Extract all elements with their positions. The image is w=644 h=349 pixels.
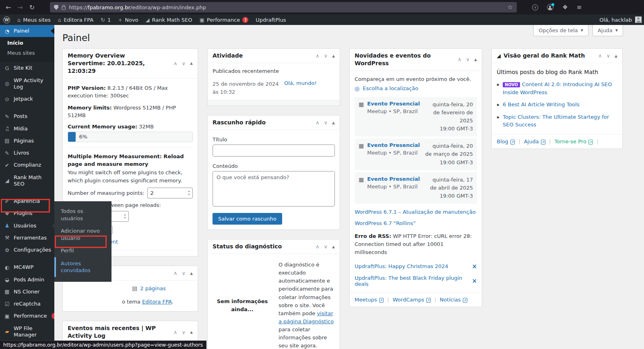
move-down-icon[interactable]: ∨ [182,329,186,335]
stepper-arrows-icon[interactable]: ▴▾ [188,190,190,196]
collapse-toggle-icon[interactable]: ▲ [190,61,193,65]
page-url[interactable]: https://fpabramo.org.br/editora/wp-admin… [69,4,206,10]
sidebar-item-aparencia[interactable]: ✐Aparência [0,195,54,207]
sidebar-item-site-kit[interactable]: GSite Kit [0,62,54,74]
sidebar-item-posts[interactable]: ✎Posts [0,110,54,122]
sidebar-item-complianz[interactable]: ✔Complianz [0,159,54,171]
news-link[interactable]: WordPress 6.7.1 – Atualização de manuten… [355,209,477,215]
forward-icon[interactable]: → [17,4,23,11]
help-button[interactable]: Ajuda ▼ [592,25,623,36]
sidebar-item-ferramentas[interactable]: ⚒Ferramentas [0,232,54,244]
dismiss-icon[interactable]: × [472,263,477,270]
sidebar-item-pods-admin[interactable]: ◒Pods Admin [0,274,54,286]
sidebar-item-wp-activity-log[interactable]: ◎WP Activity Log [0,74,54,93]
torne-se-pro-link[interactable]: Torne-se Pro↗ [555,138,593,145]
admin-bar-new[interactable]: + Novo [118,17,138,23]
collapse-toggle-icon[interactable]: ▲ [615,54,617,58]
move-up-icon[interactable]: ∧ [598,53,602,59]
extensions-icon[interactable]: ❖ [562,4,568,11]
move-up-icon[interactable]: ∧ [173,270,178,276]
admin-bar-updraftplus[interactable]: UpdraftPlus [256,17,286,23]
move-up-icon[interactable]: ∧ [316,53,320,59]
sidebar-item-paginas[interactable]: ▤Páginas [0,135,54,147]
sidebar-item-configuracoes[interactable]: ⚙Configurações [0,244,54,256]
tracking-shield-icon[interactable] [54,5,58,10]
measuring-points-stepper[interactable]: ▴▾ [147,188,193,198]
news-link[interactable]: UpdraftPlus: Happy Christmas 2024 [355,263,448,269]
sidebar-item-rank-math-seo[interactable]: ◢Rank Math SEO [0,171,54,190]
reload-icon[interactable]: ↻ [29,4,35,11]
sidebar-item-jetpack[interactable]: ⊙Jetpack [0,93,54,105]
blog-post-link[interactable]: 6 Best AI Article Writing Tools [503,101,580,109]
admin-bar-updates[interactable]: ↻ 1 [101,17,111,23]
admin-bar-greeting[interactable]: Olá, hacklab [599,17,632,23]
move-down-icon[interactable]: ∨ [324,120,328,126]
draft-title-input[interactable] [213,145,335,157]
move-down-icon[interactable]: ∨ [607,53,611,59]
move-up-icon[interactable]: ∧ [173,329,178,335]
avatar[interactable] [635,17,642,23]
menu-icon[interactable]: ≡ [577,4,582,11]
collapse-toggle-icon[interactable]: ▲ [332,54,335,58]
event-link[interactable]: Evento Presencial [367,101,420,107]
admin-bar-performance[interactable]: ▣ Performance 3 [200,17,249,23]
sidebar-item-usuarios[interactable]: ♟Usuários [0,220,54,232]
news-link[interactable]: UpdraftPlus: The best Black Friday plugi… [355,275,472,287]
sidebar-item-painel[interactable]: ◔ Painel [0,25,54,37]
collapse-toggle-icon[interactable]: ▲ [190,330,193,334]
collapse-toggle-icon[interactable]: ▲ [474,58,477,62]
admin-bar-my-sites[interactable]: ⌂ Meus sites [17,17,51,23]
sidebar-item-wp-file-manager[interactable]: ▰WP File Manager [0,322,54,341]
measuring-points-input[interactable] [151,190,183,196]
blog-post-link[interactable]: Topic Clusters: The Ultimate Startegy fo… [503,113,617,129]
sidebar-subitem-inicio[interactable]: Início [0,38,54,48]
event-link[interactable]: Evento Presencial [367,142,420,148]
move-down-icon[interactable]: ∨ [324,244,328,250]
dismiss-icon[interactable]: × [472,277,477,285]
theme-link[interactable]: Editora FPA [142,299,172,305]
collapse-toggle-icon[interactable]: ▲ [332,245,335,249]
sidebar-item-recaptcha[interactable]: ☑reCaptcha [0,298,54,310]
meetups-link[interactable]: Meetups↗ [355,297,384,303]
sidebar-item-ns-cloner[interactable]: ▦NS Cloner [0,286,54,298]
event-link[interactable]: Evento Presencial [367,176,420,182]
address-bar[interactable]: https://fpabramo.org.br/editora/wp-admin… [50,2,517,12]
flyout-item-todos-os-usuarios[interactable]: Todos os usuários [54,205,111,225]
sidebar-subitem-meus-sites[interactable]: Meus sites [0,48,54,58]
account-icon[interactable] [547,4,553,10]
draft-content-textarea[interactable] [213,171,335,207]
sidebar-item-plugins[interactable]: ❖Plugins [0,207,54,219]
sidebar-item-performance[interactable]: ▣Performance3 [0,310,54,322]
blog-link[interactable]: Blog↗ [497,138,515,145]
admin-bar-site-name[interactable]: ⌂ Editora FPA [58,17,93,23]
flyout-item-autores-convidados[interactable]: Autores convidados [54,257,111,277]
wordpress-logo-icon[interactable]: W [3,17,10,23]
back-icon[interactable]: ← [6,4,11,11]
news-link[interactable]: WordPress 6.7 “Rollins” [355,220,477,226]
collapse-toggle-icon[interactable]: ▲ [332,121,335,125]
sidebar-item-livros[interactable]: ✎Livros [0,147,54,159]
pocket-icon[interactable]: ∨ [532,4,538,10]
sidebar-item-midia[interactable]: ♫Mídia [0,123,54,135]
move-down-icon[interactable]: ∨ [324,53,328,59]
choose-location-link[interactable]: ◎ Escolha a localização [355,85,477,92]
move-up-icon[interactable]: ∧ [316,244,320,250]
ajuda-link[interactable]: Ajuda↗ [524,138,546,145]
lock-icon[interactable] [62,6,66,10]
move-down-icon[interactable]: ∨ [466,56,470,62]
admin-bar-rank-math[interactable]: ◢ Rank Math SEO [146,17,192,23]
flyout-item-perfil[interactable]: Perfil [54,244,111,257]
move-down-icon[interactable]: ∨ [182,270,186,276]
stepper-arrows-icon[interactable]: ▴▾ [124,213,126,220]
screen-options-button[interactable]: Opções de tela ▼ [533,25,588,36]
save-draft-button[interactable]: Salvar como rascunho [213,213,282,225]
noticias-link[interactable]: Notícias↗ [440,297,467,303]
move-up-icon[interactable]: ∧ [173,60,178,66]
sidebar-item-mc4wp[interactable]: ◐MC4WP [0,261,54,273]
post-link[interactable]: Olá, mundo! [284,80,317,96]
pages-count-link[interactable]: 2 páginas [140,285,165,291]
move-down-icon[interactable]: ∨ [182,60,186,66]
collapse-toggle-icon[interactable]: ▲ [190,271,193,275]
move-up-icon[interactable]: ∧ [316,120,320,126]
flyout-item-adicionar-novo-usuario[interactable]: Adicionar novo usuário [54,225,111,244]
